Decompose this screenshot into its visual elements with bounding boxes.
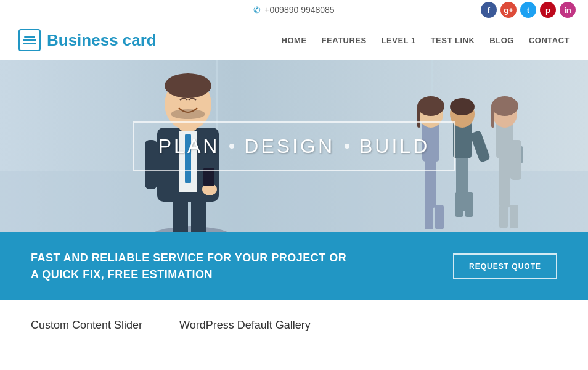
twitter-icon[interactable]: t <box>520 2 536 18</box>
hero-word-build: BUILD <box>359 135 430 158</box>
phone-info: ✆ +009890 9948085 <box>253 5 334 15</box>
hero-divider-1 <box>229 144 234 149</box>
hero-word-plan: PLAN <box>158 135 220 158</box>
nav-home[interactable]: HOME <box>282 36 307 45</box>
cta-text: FAST AND RELIABLE SERVICE FOR YOUR PROJE… <box>31 250 346 283</box>
cta-line2: A QUICK FIX, FREE ESTIMATION <box>31 266 346 283</box>
hero-section: PLAN DESIGN BUILD <box>0 60 588 232</box>
instagram-icon[interactable]: in <box>560 2 576 18</box>
header: Business card HOME FEATURES LEVEL 1 TEST… <box>0 20 588 60</box>
request-quote-button[interactable]: REQUEST QUOTE <box>453 253 557 279</box>
bottom-item-gallery-title: WordPress Default Gallery <box>179 319 311 332</box>
bottom-item-gallery: WordPress Default Gallery <box>179 319 311 332</box>
hero-word-design: DESIGN <box>244 135 335 158</box>
cta-line1: FAST AND RELIABLE SERVICE FOR YOUR PROJE… <box>31 250 346 266</box>
nav-contact[interactable]: CONTACT <box>529 36 570 45</box>
hero-tagline-box: PLAN DESIGN BUILD <box>133 121 456 171</box>
nav-level1[interactable]: LEVEL 1 <box>382 36 416 45</box>
hero-divider-2 <box>345 144 349 149</box>
cta-banner: FAST AND RELIABLE SERVICE FOR YOUR PROJE… <box>0 232 588 300</box>
bottom-item-slider: Custom Content Slider <box>31 319 142 332</box>
bottom-section: Custom Content Slider WordPress Default … <box>0 300 588 350</box>
nav-testlink[interactable]: TEST LINK <box>431 36 475 45</box>
hero-text-overlay: PLAN DESIGN BUILD <box>0 60 588 232</box>
social-links: f g+ t p in <box>481 2 576 18</box>
main-nav: HOME FEATURES LEVEL 1 TEST LINK BLOG CON… <box>282 36 570 45</box>
phone-number: +009890 9948085 <box>264 5 334 15</box>
top-bar: ✆ +009890 9948085 f g+ t p in <box>0 0 588 20</box>
logo-text: Business card <box>47 31 157 50</box>
hero-tagline: PLAN DESIGN BUILD <box>158 135 430 158</box>
phone-icon: ✆ <box>253 5 261 15</box>
logo[interactable]: Business card <box>18 29 157 51</box>
google-plus-icon[interactable]: g+ <box>500 2 517 18</box>
nav-blog[interactable]: BLOG <box>489 36 514 45</box>
logo-icon <box>18 29 41 51</box>
pinterest-icon[interactable]: p <box>540 2 556 18</box>
nav-features[interactable]: FEATURES <box>322 36 367 45</box>
hero-background: PLAN DESIGN BUILD <box>0 60 588 232</box>
bottom-item-slider-title: Custom Content Slider <box>31 319 142 332</box>
facebook-icon[interactable]: f <box>481 2 497 18</box>
